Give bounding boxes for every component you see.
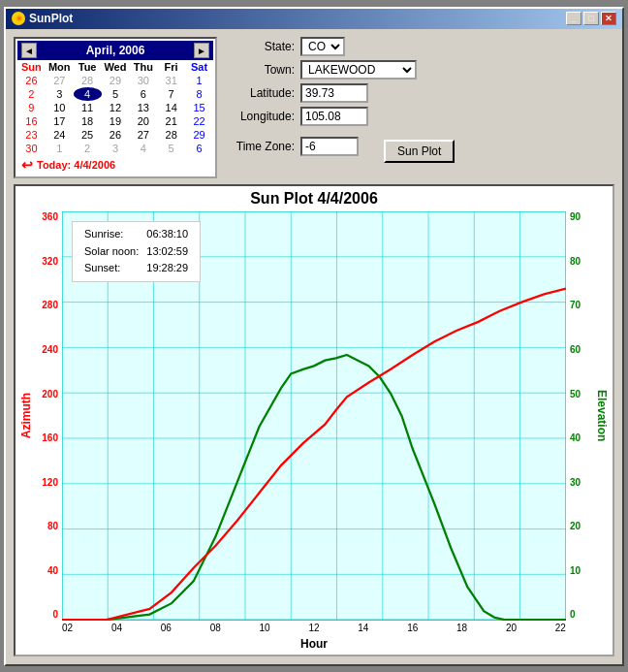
calendar-day[interactable]: 27 (129, 128, 157, 142)
today-label: Today: 4/4/2006 (37, 159, 115, 171)
y-right-tick: 80 (570, 256, 581, 267)
calendar-day[interactable]: 29 (185, 128, 213, 142)
calendar-day[interactable]: 13 (129, 101, 157, 114)
y-left-tick: 280 (42, 300, 58, 310)
calendar-day[interactable]: 26 (17, 74, 46, 87)
calendar-day[interactable]: 14 (157, 101, 185, 114)
y-left-axis-label: Azimuth (19, 211, 33, 620)
timezone-row: Time Zone: Sun Plot (227, 130, 614, 163)
sunset-label: Sunset: (80, 260, 142, 277)
calendar-day[interactable]: 26 (102, 128, 130, 142)
y-left-tick: 120 (42, 477, 58, 488)
calendar-day[interactable]: 5 (102, 87, 130, 101)
col-header-thu: Thu (129, 60, 157, 74)
calendar-day[interactable]: 15 (185, 101, 213, 114)
window-title: SunPlot (29, 12, 73, 25)
col-header-wed: Wed (102, 60, 130, 74)
calendar-day[interactable]: 27 (46, 74, 74, 87)
y-left-tick: 240 (42, 344, 58, 355)
y-left-tick: 80 (47, 521, 58, 531)
x-axis-title: Hour (300, 637, 328, 651)
calendar-day[interactable]: 22 (185, 114, 213, 128)
y-right-tick: 30 (570, 477, 581, 488)
col-header-sun: Sun (17, 60, 46, 74)
x-axis-tick: 10 (260, 623, 270, 633)
calendar-day[interactable]: 28 (157, 128, 185, 142)
calendar-day[interactable]: 20 (129, 114, 157, 128)
y-left-tick: 160 (42, 432, 58, 443)
calendar-day[interactable]: 30 (129, 74, 157, 87)
y-right-tick: 70 (570, 300, 581, 310)
calendar-header: ◄ April, 2006 ► (17, 41, 213, 60)
calendar-day[interactable]: 2 (74, 142, 102, 155)
calendar-day[interactable]: 28 (74, 74, 102, 87)
calendar-day[interactable]: 4 (74, 87, 102, 101)
prev-month-button[interactable]: ◄ (21, 43, 37, 58)
calendar-day[interactable]: 1 (185, 74, 213, 87)
solar-noon-label: Solar noon: (80, 243, 142, 261)
y-left-tick: 360 (42, 211, 58, 222)
x-axis-area: 0204060810121416182022 (19, 621, 609, 635)
col-header-mon: Mon (46, 60, 74, 74)
calendar-day[interactable]: 5 (157, 142, 185, 155)
timezone-label: Time Zone: (227, 140, 295, 153)
latitude-label: Latitude: (227, 86, 295, 100)
calendar-day[interactable]: 19 (102, 114, 130, 128)
y-right-tick: 90 (570, 211, 581, 222)
timezone-input[interactable] (300, 137, 359, 156)
calendar: ◄ April, 2006 ► Sun Mon Tue Wed Thu Fri (14, 37, 217, 178)
y-right-tick: 20 (570, 521, 581, 531)
today-icon: ↩ (21, 157, 33, 173)
town-label: Town: (227, 63, 295, 77)
app-icon: ☀ (12, 12, 25, 25)
calendar-day[interactable]: 17 (46, 114, 74, 128)
calendar-day[interactable]: 6 (129, 87, 157, 101)
calendar-day[interactable]: 21 (157, 114, 185, 128)
calendar-day[interactable]: 29 (102, 74, 130, 87)
chart-container: Sun Plot 4/4/2006 Azimuth 36032028024020… (14, 184, 614, 656)
col-header-tue: Tue (74, 60, 102, 74)
x-axis-tick: 04 (111, 623, 122, 633)
state-select[interactable]: CO (300, 37, 345, 56)
calendar-day[interactable]: 12 (102, 101, 130, 114)
maximize-button[interactable]: □ (583, 12, 599, 25)
y-right-tick: 10 (570, 565, 581, 576)
town-select[interactable]: LAKEWOOD (300, 60, 417, 80)
info-box: Sunrise: 06:38:10 Solar noon: 13:02:59 S… (72, 221, 201, 282)
calendar-day[interactable]: 23 (17, 128, 46, 142)
calendar-day[interactable]: 31 (157, 74, 185, 87)
calendar-day[interactable]: 11 (74, 101, 102, 114)
calendar-day[interactable]: 8 (185, 87, 213, 101)
calendar-day[interactable]: 18 (74, 114, 102, 128)
next-month-button[interactable]: ► (194, 43, 209, 58)
state-row: State: CO (227, 37, 614, 56)
calendar-day[interactable]: 4 (129, 142, 157, 155)
calendar-day[interactable]: 1 (46, 142, 74, 155)
town-row: Town: LAKEWOOD (227, 60, 614, 80)
close-button[interactable]: ✕ (601, 12, 616, 25)
latitude-input[interactable] (300, 83, 368, 103)
calendar-month-year: April, 2006 (86, 44, 145, 57)
calendar-day[interactable]: 24 (46, 128, 74, 142)
calendar-day[interactable]: 6 (185, 142, 213, 155)
calendar-day[interactable]: 2 (17, 87, 46, 101)
calendar-day[interactable]: 25 (74, 128, 102, 142)
calendar-day[interactable]: 10 (46, 101, 74, 114)
chart-title: Sun Plot 4/4/2006 (250, 190, 378, 208)
calendar-day[interactable]: 7 (157, 87, 185, 101)
col-header-fri: Fri (157, 60, 185, 74)
y-left-tick: 320 (42, 256, 58, 267)
state-label: State: (227, 40, 295, 53)
calendar-day[interactable]: 9 (17, 101, 46, 114)
title-buttons: _ □ ✕ (566, 12, 616, 25)
x-axis-tick: 16 (407, 623, 418, 633)
calendar-day[interactable]: 3 (102, 142, 130, 155)
calendar-day[interactable]: 16 (17, 114, 46, 128)
minimize-button[interactable]: _ (566, 12, 581, 25)
sun-plot-button[interactable]: Sun Plot (384, 140, 455, 163)
calendar-day[interactable]: 3 (46, 87, 74, 101)
calendar-day[interactable]: 30 (17, 142, 46, 155)
longitude-input[interactable] (300, 107, 368, 126)
y-right-tick: 40 (570, 432, 581, 443)
y-right-tick: 50 (570, 389, 581, 400)
